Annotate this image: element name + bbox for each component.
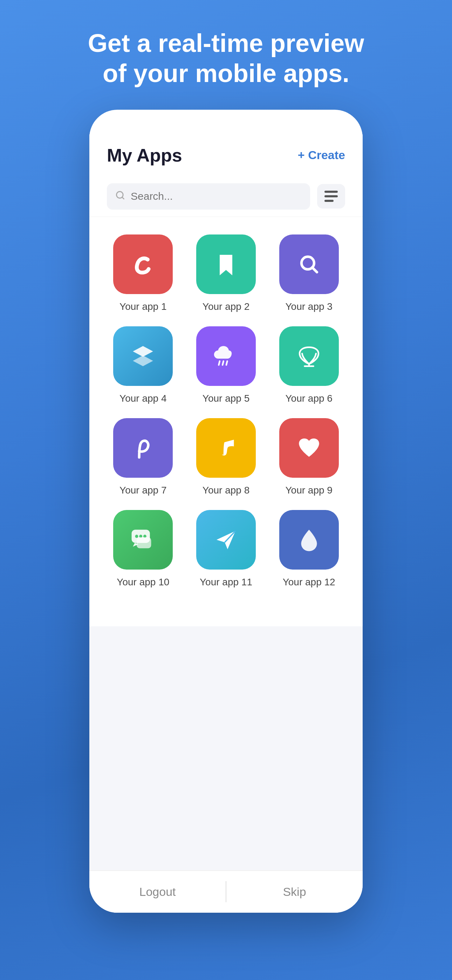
app-icon-5 [196,326,256,386]
skip-button[interactable]: Skip [226,871,363,913]
search-icon [115,190,125,203]
svg-rect-13 [137,537,151,549]
phone-footer: Logout Skip [89,870,363,913]
phone-header: My Apps + Create [89,134,363,176]
app-item-8[interactable]: Your app 8 [190,418,263,496]
app-icon-2 [196,234,256,294]
app-icon-4 [113,326,173,386]
hero-title: Get a real-time preview of your mobile a… [86,28,366,89]
list-view-icon [325,191,338,202]
app-item-9[interactable]: Your app 9 [272,418,345,496]
svg-line-1 [122,197,124,199]
app-item-7[interactable]: Your app 7 [107,418,180,496]
app-label-12: Your app 12 [283,577,335,588]
search-bar-container [89,176,363,217]
phone-content: My Apps + Create [89,134,363,870]
svg-line-6 [219,361,220,365]
app-label-9: Your app 9 [285,485,332,496]
svg-line-3 [312,267,317,272]
app-label-7: Your app 7 [119,485,166,496]
app-label-3: Your app 3 [285,301,332,312]
app-icon-6 [279,326,339,386]
app-item-4[interactable]: Your app 4 [107,326,180,404]
app-label-6: Your app 6 [285,393,332,404]
app-label-5: Your app 5 [202,393,250,404]
app-label-2: Your app 2 [202,301,250,312]
app-item-6[interactable]: Your app 6 [272,326,345,404]
app-icon-8 [196,418,256,478]
list-view-button[interactable] [317,184,345,208]
search-input[interactable] [131,190,302,202]
create-button[interactable]: + Create [298,148,345,162]
apps-grid: Your app 1 Your app 2 [89,217,363,605]
svg-marker-4 [133,346,153,357]
app-label-11: Your app 11 [200,577,252,588]
app-item-1[interactable]: Your app 1 [107,234,180,312]
phone-notch [194,120,258,134]
app-item-5[interactable]: Your app 5 [190,326,263,404]
svg-marker-5 [133,355,153,366]
app-label-1: Your app 1 [119,301,166,312]
app-icon-1 [113,234,173,294]
app-icon-9 [279,418,339,478]
logout-button[interactable]: Logout [89,871,226,913]
app-label-8: Your app 8 [202,485,250,496]
app-item-2[interactable]: Your app 2 [190,234,263,312]
app-icon-11 [196,510,256,570]
app-icon-3 [279,234,339,294]
page-title: My Apps [107,145,182,166]
app-item-11[interactable]: Your app 11 [190,510,263,588]
app-item-3[interactable]: Your app 3 [272,234,345,312]
phone-frame: My Apps + Create [89,110,363,913]
app-item-12[interactable]: Your app 12 [272,510,345,588]
app-label-4: Your app 4 [119,393,166,404]
app-icon-12 [279,510,339,570]
svg-point-10 [135,535,138,538]
svg-line-7 [223,361,224,365]
app-icon-7 [113,418,173,478]
search-input-wrap[interactable] [107,183,310,210]
app-item-10[interactable]: Your app 10 [107,510,180,588]
app-icon-10 [113,510,173,570]
app-label-10: Your app 10 [117,577,169,588]
svg-line-8 [226,361,228,365]
